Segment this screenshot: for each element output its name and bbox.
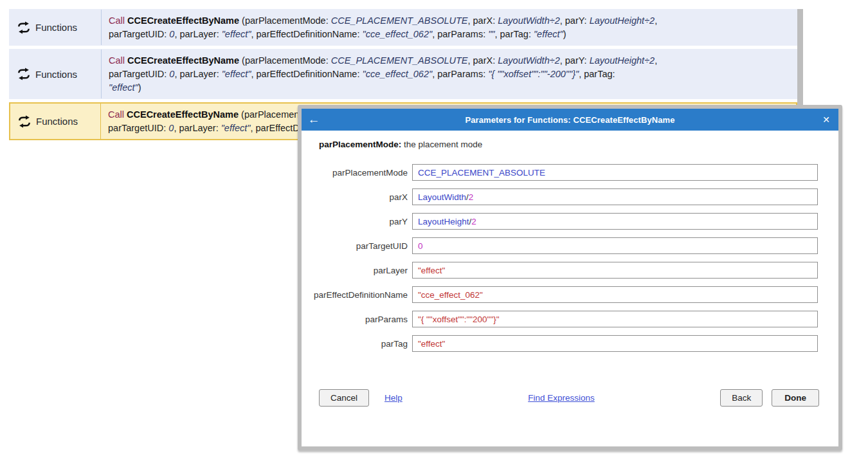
object-label: Functions bbox=[35, 22, 77, 33]
action-text[interactable]: Call CCECreateEffectByName (parPlacement… bbox=[102, 10, 797, 45]
object-cell[interactable]: Functions bbox=[10, 104, 101, 139]
action-text-line: Call CCECreateEffectByName (parPlacement… bbox=[109, 54, 790, 68]
close-icon[interactable]: ✕ bbox=[814, 109, 838, 131]
dialog-titlebar: ← Parameters for Functions: CCECreateEff… bbox=[302, 109, 838, 131]
parameter-label-parEffectDefinitionName: parEffectDefinitionName bbox=[302, 290, 412, 300]
parameter-input-parEffectDefinitionName[interactable]: "cce_effect_062" bbox=[412, 286, 818, 303]
functions-icon bbox=[17, 21, 31, 35]
parameter-label-parTag: parTag bbox=[302, 339, 412, 349]
parameter-input-parX[interactable]: LayoutWidth/2 bbox=[412, 188, 818, 205]
parameter-row: parParams"{ ""xoffset"":""200""}" bbox=[302, 311, 818, 327]
parameter-input-parLayer[interactable]: "effect" bbox=[412, 262, 818, 279]
parameter-input-parParams[interactable]: "{ ""xoffset"":""200""}" bbox=[412, 311, 818, 327]
parameter-description: parPlacementMode: the placement mode bbox=[319, 140, 838, 149]
parameter-label-parY: parY bbox=[302, 217, 412, 226]
parameters-dialog: ← Parameters for Functions: CCECreateEff… bbox=[298, 105, 842, 450]
action-text-line: Call CCECreateEffectByName (parPlacement… bbox=[109, 14, 790, 28]
parameter-fields: parPlacementModeCCE_PLACEMENT_ABSOLUTEpa… bbox=[302, 164, 838, 352]
parameter-row: parPlacementModeCCE_PLACEMENT_ABSOLUTE bbox=[302, 164, 818, 181]
parameter-row: parLayer"effect" bbox=[302, 262, 818, 279]
parameter-input-parPlacementMode[interactable]: CCE_PLACEMENT_ABSOLUTE bbox=[412, 164, 818, 181]
event-action-row[interactable]: FunctionsCall CCECreateEffectByName (par… bbox=[9, 49, 797, 99]
parameter-label-parPlacementMode: parPlacementMode bbox=[302, 168, 412, 178]
action-text-line: parTargetUID: 0, parLayer: "effect", par… bbox=[109, 28, 790, 41]
help-link[interactable]: Help bbox=[384, 393, 402, 403]
parameter-row: parYLayoutHeight/2 bbox=[302, 213, 818, 230]
back-arrow-icon[interactable]: ← bbox=[302, 109, 326, 131]
parameter-row: parTargetUID0 bbox=[302, 237, 818, 254]
back-button[interactable]: Back bbox=[720, 389, 763, 407]
object-cell[interactable]: Functions bbox=[10, 50, 102, 98]
parameter-label-parTargetUID: parTargetUID bbox=[302, 241, 412, 251]
parameter-input-parTag[interactable]: "effect" bbox=[412, 335, 818, 352]
dialog-footer: Cancel Help Find Expressions Back Done bbox=[319, 389, 819, 407]
event-block-shadow bbox=[797, 9, 803, 108]
done-button[interactable]: Done bbox=[772, 389, 819, 407]
find-expressions-link[interactable]: Find Expressions bbox=[528, 393, 595, 403]
parameter-row: parEffectDefinitionName"cce_effect_062" bbox=[302, 286, 818, 303]
object-cell[interactable]: Functions bbox=[10, 10, 102, 45]
object-label: Functions bbox=[35, 69, 77, 80]
parameter-input-parY[interactable]: LayoutHeight/2 bbox=[412, 213, 818, 230]
dialog-title: Parameters for Functions: CCECreateEffec… bbox=[326, 115, 814, 125]
parameter-description-text: the placement mode bbox=[401, 140, 482, 149]
object-label: Functions bbox=[36, 116, 78, 127]
functions-icon bbox=[17, 67, 31, 81]
event-action-row[interactable]: FunctionsCall CCECreateEffectByName (par… bbox=[9, 9, 797, 46]
action-text-line: "effect") bbox=[109, 81, 790, 95]
dialog-body: parPlacementMode: the placement mode par… bbox=[302, 140, 838, 435]
parameter-row: parTag"effect" bbox=[302, 335, 818, 352]
functions-icon bbox=[17, 114, 32, 129]
parameter-description-term: parPlacementMode: bbox=[319, 140, 401, 149]
parameter-input-parTargetUID[interactable]: 0 bbox=[412, 237, 818, 254]
action-text-line: parTargetUID: 0, parLayer: "effect", par… bbox=[109, 68, 790, 81]
parameter-row: parXLayoutWidth/2 bbox=[302, 188, 818, 205]
cancel-button[interactable]: Cancel bbox=[319, 389, 369, 407]
parameter-label-parLayer: parLayer bbox=[302, 266, 412, 275]
parameter-label-parX: parX bbox=[302, 192, 412, 202]
parameter-label-parParams: parParams bbox=[302, 315, 412, 324]
action-text[interactable]: Call CCECreateEffectByName (parPlacement… bbox=[102, 50, 797, 98]
